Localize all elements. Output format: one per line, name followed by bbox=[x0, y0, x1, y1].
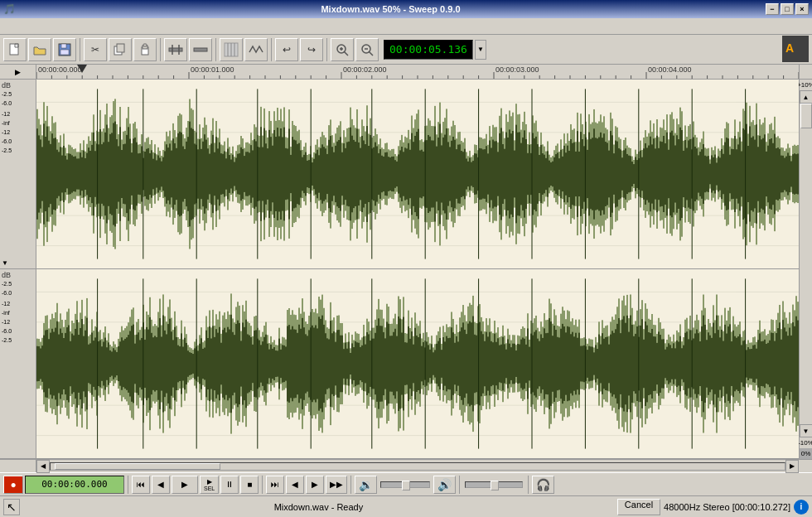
pan-slider-container[interactable] bbox=[463, 476, 524, 494]
track-row-1: dB -2.5 -6.0 -12 -inf -12 -6.0 -2.5 ▼ bbox=[0, 80, 799, 269]
right-scrollbar[interactable]: +10% ▲ ▼ -10% 0% bbox=[799, 80, 812, 459]
cursor-tool-icon: ↖ bbox=[3, 499, 20, 515]
sep3 bbox=[215, 38, 216, 61]
transport-bar: ● 00:00:00.000 ⏮ ◀ ▶ ▶ SEL ⏸ ■ ⏭ ◀ ▶ ▶▶ … bbox=[0, 472, 812, 495]
timeline-ruler[interactable] bbox=[36, 65, 799, 79]
percent-bottom-label: -10% bbox=[798, 437, 812, 448]
time-display: 00:00:05.136 bbox=[384, 40, 473, 60]
content-area: ▶ dB -2.5 -6.0 -12 -inf -12 -6.0 bbox=[0, 65, 812, 472]
stop-button[interactable]: ■ bbox=[240, 476, 259, 494]
transport-sep1 bbox=[128, 476, 128, 494]
hscroll-left-button[interactable]: ◀ bbox=[36, 460, 50, 473]
track-marker-1c: -12 bbox=[2, 111, 10, 117]
track-marker-1f: -6.0 bbox=[2, 138, 12, 144]
pan-slider-thumb[interactable] bbox=[491, 481, 499, 490]
info-button[interactable]: i bbox=[794, 500, 809, 515]
transport-sep3 bbox=[350, 476, 351, 494]
loop-back-button[interactable]: ◀ bbox=[286, 476, 304, 494]
skip-end-button[interactable]: ⏭ bbox=[266, 476, 284, 494]
track-marker-2a: -2.5 bbox=[2, 281, 12, 287]
track-db-label-2: dB bbox=[2, 271, 11, 279]
save-button[interactable] bbox=[53, 38, 76, 61]
track-marker-2e: -12 bbox=[2, 319, 10, 325]
play-selection-button[interactable]: ▶ SEL bbox=[200, 476, 219, 494]
tracks-columns: dB -2.5 -6.0 -12 -inf -12 -6.0 -2.5 ▼ bbox=[0, 80, 799, 459]
headphones-button[interactable]: 🎧 bbox=[532, 476, 554, 494]
titlebar: 🎵 Mixdown.wav 50% - Sweep 0.9.0 − □ × bbox=[0, 0, 812, 18]
record-button[interactable]: ● bbox=[3, 476, 23, 494]
track-waveform-2[interactable] bbox=[36, 269, 799, 459]
track-marker-2c: -12 bbox=[2, 301, 10, 307]
transport-time-value: 00:00:00.000 bbox=[41, 479, 107, 490]
playhead[interactable] bbox=[77, 65, 87, 73]
volume-slider-thumb[interactable] bbox=[402, 481, 410, 490]
minimize-button[interactable]: − bbox=[766, 3, 779, 15]
waveform-canvas-1 bbox=[36, 80, 799, 268]
undo-button[interactable]: ↩ bbox=[275, 38, 298, 61]
maximize-button[interactable]: □ bbox=[781, 3, 794, 15]
svg-line-20 bbox=[344, 51, 348, 56]
track-waveform-1[interactable] bbox=[36, 80, 799, 269]
collapse-icon[interactable]: ▶ bbox=[15, 68, 21, 76]
waveform-canvas-2 bbox=[36, 269, 799, 458]
svg-rect-4 bbox=[61, 44, 66, 48]
scroll-track[interactable] bbox=[800, 104, 812, 424]
cut-button[interactable]: ✂ bbox=[84, 38, 107, 61]
loop-fwd-button[interactable]: ▶ bbox=[306, 476, 324, 494]
new-button[interactable] bbox=[3, 38, 27, 61]
hscroll-thumb[interactable] bbox=[55, 463, 220, 470]
volume-slider-container[interactable] bbox=[379, 476, 432, 494]
scroll-up-button[interactable]: ▲ bbox=[800, 90, 813, 104]
transport-sep5 bbox=[528, 476, 529, 494]
zoom-out-button[interactable] bbox=[355, 38, 379, 61]
redo-button[interactable]: ↪ bbox=[300, 38, 323, 61]
sep5 bbox=[326, 38, 327, 61]
envelope-button[interactable] bbox=[244, 38, 268, 61]
open-button[interactable] bbox=[28, 38, 51, 61]
volume-down-button[interactable]: 🔉 bbox=[355, 476, 377, 494]
skip-fwd-button[interactable]: ▶▶ bbox=[326, 476, 347, 494]
toolbar: ✂ ↩ ↪ 00:00:05.136 ▼ A bbox=[0, 35, 812, 65]
svg-rect-14 bbox=[194, 48, 207, 51]
track-marker-2d: -inf bbox=[2, 310, 10, 316]
sep2 bbox=[160, 38, 161, 61]
menubar bbox=[0, 18, 812, 35]
play-sel-label: SEL bbox=[204, 486, 215, 491]
skip-start-button[interactable]: ⏮ bbox=[132, 476, 150, 494]
record-icon: ● bbox=[10, 479, 16, 490]
zoom-out-h-button[interactable] bbox=[189, 38, 212, 61]
track-row-2: dB -2.5 -6.0 -12 -inf -12 -6.0 -2.5 bbox=[0, 269, 799, 459]
cancel-button[interactable]: Cancel bbox=[617, 499, 660, 515]
hscroll-right-button[interactable]: ▶ bbox=[785, 460, 799, 473]
pause-button[interactable]: ⏸ bbox=[220, 476, 239, 494]
volume-up-button[interactable]: 🔊 bbox=[433, 476, 456, 494]
play-button[interactable]: ▶ bbox=[172, 476, 198, 494]
track-marker-1g: -2.5 bbox=[2, 147, 12, 153]
svg-rect-10 bbox=[143, 44, 147, 46]
scroll-down-button[interactable]: ▼ bbox=[800, 424, 813, 437]
close-button[interactable]: × bbox=[795, 3, 809, 15]
track-collapse-1[interactable]: ▼ bbox=[2, 259, 8, 267]
percent-top-label: +10% bbox=[797, 80, 812, 90]
volume-slider-track[interactable] bbox=[380, 481, 430, 488]
paste-button[interactable] bbox=[133, 38, 157, 61]
track-marker-1e: -12 bbox=[2, 129, 10, 135]
pan-slider-track[interactable] bbox=[465, 481, 523, 488]
hscrollbar-track[interactable]: ◀ ▶ bbox=[36, 460, 799, 472]
svg-rect-5 bbox=[60, 50, 69, 55]
time-dropdown[interactable]: ▼ bbox=[475, 40, 486, 60]
ruler-right bbox=[799, 65, 812, 79]
sep4 bbox=[271, 38, 272, 61]
copy-button[interactable] bbox=[109, 38, 132, 61]
track-label-1: dB -2.5 -6.0 -12 -inf -12 -6.0 -2.5 ▼ bbox=[0, 80, 36, 269]
snap-button[interactable] bbox=[220, 38, 243, 61]
svg-rect-11 bbox=[169, 48, 182, 51]
percent-zero-label: 0% bbox=[800, 448, 812, 459]
skip-back-button[interactable]: ◀ bbox=[152, 476, 170, 494]
transport-sep4 bbox=[459, 476, 460, 494]
horizontal-scrollbar: ◀ ▶ bbox=[0, 459, 812, 472]
transport-time-display: 00:00:00.000 bbox=[25, 476, 124, 494]
hscrollbar-label bbox=[0, 460, 36, 472]
zoom-in-h-button[interactable] bbox=[164, 38, 187, 61]
zoom-in-button[interactable] bbox=[331, 38, 354, 61]
